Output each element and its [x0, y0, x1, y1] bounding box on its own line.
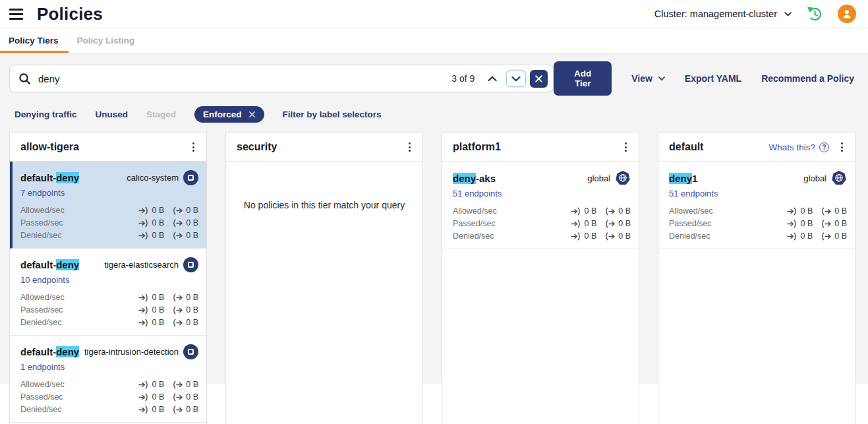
- stat-label: Denied/sec: [20, 405, 62, 414]
- hamburger-menu-icon[interactable]: [9, 7, 23, 21]
- cluster-dropdown[interactable]: Cluster: management-cluster: [654, 9, 792, 19]
- header-right: Cluster: management-cluster: [654, 5, 856, 23]
- ingress-icon: [138, 406, 148, 414]
- policy-name: default-deny: [20, 259, 79, 270]
- global-icon: [831, 170, 847, 186]
- tiers-row: allow-tigera default-deny calico-system …: [9, 132, 855, 424]
- endpoints-link[interactable]: 51 endpoints: [669, 189, 718, 198]
- ingress-stat: 0 B: [138, 231, 164, 240]
- egress-icon: [173, 318, 183, 327]
- ingress-icon: [138, 380, 148, 389]
- search-close-button[interactable]: [530, 70, 548, 88]
- ingress-icon: [571, 232, 581, 241]
- policy-card[interactable]: default-deny calico-system 7 endpoints A…: [10, 162, 206, 249]
- ingress-stat: 0 B: [138, 405, 164, 414]
- remove-filter-icon[interactable]: [248, 111, 256, 118]
- egress-icon: [173, 293, 183, 302]
- ingress-stat: 0 B: [787, 219, 813, 228]
- scope-label: tigera-elasticsearch: [104, 260, 179, 270]
- policy-card[interactable]: default-deny tigera-elasticsearch 10 end…: [10, 249, 206, 336]
- policy-stats: Allowed/sec 0 B 0 B Passed/sec 0: [20, 293, 198, 327]
- toolbar: 3 of 9 Add Tier View Export YAML Recomme…: [9, 61, 855, 96]
- egress-stat: 0 B: [605, 219, 631, 228]
- ingress-stat: 0 B: [571, 231, 596, 241]
- policy-card[interactable]: default-deny tigera-intrusion-detection …: [10, 336, 206, 423]
- filter-staged[interactable]: Staged: [146, 109, 176, 119]
- filter-unused[interactable]: Unused: [96, 109, 129, 119]
- search-input[interactable]: [37, 73, 451, 85]
- tier-empty-message: No policies in this tier match your quer…: [226, 162, 422, 210]
- stat-row: Allowed/sec 0 B 0 B: [20, 380, 198, 389]
- filter-denying-traffic[interactable]: Denying traffic: [14, 109, 77, 119]
- kebab-menu-icon[interactable]: [621, 141, 631, 153]
- policy-name-suffix: -aks: [476, 173, 496, 184]
- content-area: 3 of 9 Add Tier View Export YAML Recomme…: [0, 53, 868, 384]
- history-icon[interactable]: [806, 5, 823, 22]
- policy-name-prefix: default-: [20, 172, 56, 183]
- policy-name: deny1: [669, 173, 697, 184]
- stat-row: Passed/sec 0 B 0 B: [20, 392, 198, 402]
- stat-label: Allowed/sec: [453, 206, 497, 216]
- filter-label-selectors[interactable]: Filter by label selectors: [283, 109, 382, 119]
- ingress-icon: [138, 206, 148, 215]
- ingress-stat: 0 B: [138, 318, 164, 327]
- egress-icon: [821, 232, 831, 241]
- tier-column: platform1 deny-aks global: [442, 132, 639, 424]
- ingress-value: 0 B: [152, 305, 164, 315]
- stat-label: Allowed/sec: [20, 380, 65, 389]
- policy-stats: Allowed/sec 0 B 0 B Passed/sec 0: [20, 206, 198, 240]
- tier-body: deny-aks global 51 endpoints Allowed/sec: [442, 162, 639, 424]
- tier-header: default Whats this? ?: [658, 133, 855, 162]
- view-dropdown[interactable]: View: [631, 73, 665, 84]
- policy-name-prefix: default-: [20, 259, 56, 270]
- whats-this-link[interactable]: Whats this? ?: [768, 142, 829, 152]
- namespace-icon: [183, 344, 198, 359]
- ingress-value: 0 B: [152, 380, 164, 389]
- recommend-policy-button[interactable]: Recommend a Policy: [761, 73, 854, 84]
- user-avatar[interactable]: [838, 5, 856, 23]
- stat-row: Allowed/sec 0 B 0 B: [669, 206, 847, 216]
- kebab-menu-icon[interactable]: [188, 141, 198, 153]
- egress-stat: 0 B: [173, 218, 198, 227]
- stat-row: Allowed/sec 0 B 0 B: [20, 206, 198, 215]
- policy-name: default-deny: [20, 346, 79, 357]
- person-icon: [842, 9, 852, 19]
- tier-title: allow-tigera: [20, 141, 79, 153]
- endpoints-link[interactable]: 7 endpoints: [20, 188, 65, 198]
- filter-enforced-label: Enforced: [203, 109, 242, 119]
- chevron-down-icon: [784, 12, 792, 16]
- policy-name-highlight: deny: [56, 346, 79, 357]
- endpoints-link[interactable]: 1 endpoints: [20, 362, 65, 372]
- ingress-value: 0 B: [152, 218, 164, 227]
- egress-icon: [605, 207, 615, 216]
- policy-card[interactable]: deny-aks global 51 endpoints Allowed/sec: [442, 162, 639, 249]
- egress-stat: 0 B: [173, 293, 198, 302]
- chevron-down-icon: [658, 76, 665, 81]
- scope-label: calico-system: [127, 173, 179, 183]
- stat-label: Passed/sec: [20, 305, 63, 315]
- policy-scope: global: [803, 170, 847, 186]
- scope-label: global: [587, 173, 610, 183]
- ingress-icon: [138, 393, 148, 402]
- policy-card[interactable]: deny1 global 51 endpoints Allowed/sec: [658, 162, 855, 249]
- ingress-stat: 0 B: [787, 231, 813, 241]
- egress-stat: 0 B: [605, 231, 631, 241]
- export-yaml-button[interactable]: Export YAML: [685, 73, 741, 84]
- endpoints-link[interactable]: 51 endpoints: [453, 189, 502, 198]
- tab-policy-tiers[interactable]: Policy Tiers: [0, 28, 69, 53]
- egress-icon: [173, 380, 183, 389]
- egress-stat: 0 B: [173, 392, 198, 402]
- tier-body: No policies in this tier match your quer…: [226, 162, 422, 424]
- add-tier-button[interactable]: Add Tier: [554, 61, 612, 96]
- search-prev-button[interactable]: [484, 73, 500, 84]
- filter-enforced-pill[interactable]: Enforced: [194, 106, 264, 123]
- tab-policy-listing[interactable]: Policy Listing: [69, 28, 145, 53]
- search-next-button[interactable]: [506, 71, 526, 87]
- kebab-menu-icon[interactable]: [405, 141, 415, 153]
- endpoints-link[interactable]: 10 endpoints: [20, 275, 69, 285]
- egress-icon: [173, 231, 183, 240]
- policy-stats: Allowed/sec 0 B 0 B Passed/sec 0: [20, 380, 198, 414]
- search-box: 3 of 9: [9, 65, 554, 92]
- kebab-menu-icon[interactable]: [837, 141, 847, 153]
- stat-label: Passed/sec: [20, 218, 63, 227]
